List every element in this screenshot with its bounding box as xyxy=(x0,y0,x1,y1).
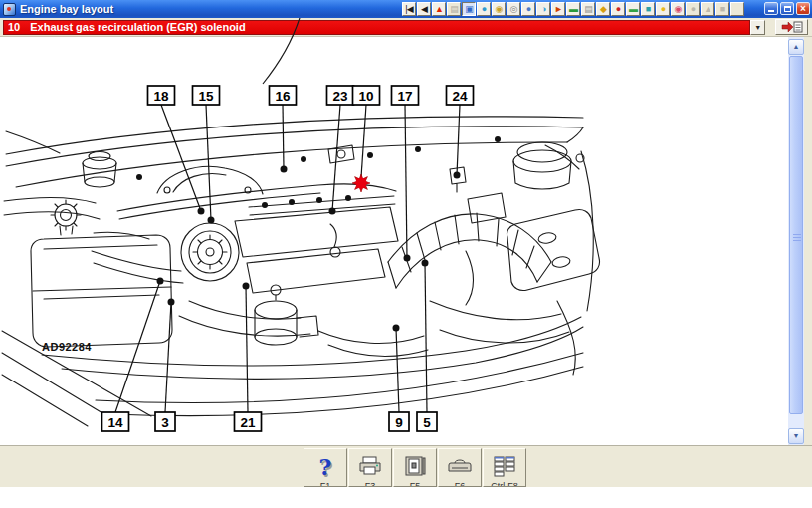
svg-text:15: 15 xyxy=(198,89,214,104)
electrics-icon-glyph: ◆ xyxy=(600,5,606,14)
titlebar-toolbar: |◀◀▲▤▣●◉◎●◑►▬▤◆●▬■●◉●▲■ xyxy=(402,2,744,16)
component-dot-16 xyxy=(281,166,288,173)
plotter-button[interactable]: F6 xyxy=(438,448,482,487)
bodywork-icon[interactable]: ■ xyxy=(641,2,655,16)
fuel-system-icon[interactable]: ▬ xyxy=(566,2,580,16)
brakes-icon-glyph: ● xyxy=(616,5,620,14)
restore-button[interactable] xyxy=(780,2,794,15)
component-dot-3 xyxy=(168,299,175,306)
component-dot-21 xyxy=(243,283,250,290)
leader-line-24 xyxy=(457,105,460,175)
horn-icon-glyph: ● xyxy=(661,5,665,14)
bodywork-icon-glyph: ■ xyxy=(646,5,650,14)
washer-icon[interactable]: ◑ xyxy=(536,2,550,16)
manual-button[interactable]: F5 xyxy=(393,448,437,487)
wheel-icon[interactable]: ◎ xyxy=(507,2,520,16)
minimize-button[interactable] xyxy=(764,2,778,15)
list-button[interactable]: Ctrl-F8 xyxy=(483,448,526,487)
screen-layout-icon[interactable]: ▣ xyxy=(462,2,476,16)
callout-5[interactable]: 5 xyxy=(417,412,437,431)
battery-icon-glyph: ▬ xyxy=(629,5,637,14)
svg-text:5: 5 xyxy=(423,415,431,430)
component-dot-14 xyxy=(157,278,164,285)
callout-21[interactable]: 21 xyxy=(235,412,262,431)
technical-data-icon[interactable]: ● xyxy=(477,2,491,16)
callout-10[interactable]: 10 xyxy=(353,86,380,105)
highlight-marker-core xyxy=(356,178,367,189)
component-dot-15 xyxy=(208,217,215,224)
item-number: 10 xyxy=(8,21,20,33)
nav-first-icon[interactable]: |◀ xyxy=(402,2,416,16)
item-title: Exhaust gas recirculation (EGR) solenoid xyxy=(30,21,245,33)
scroll-up-button[interactable]: ▲ xyxy=(788,39,804,55)
item-banner-row: 10 Exhaust gas recirculation (EGR) solen… xyxy=(0,18,812,37)
horn-icon[interactable]: ● xyxy=(656,2,670,16)
steering-icon-glyph: ● xyxy=(526,5,530,14)
leader-line-10 xyxy=(361,105,366,177)
help-button[interactable]: ?F1 xyxy=(304,448,347,487)
svg-text:9: 9 xyxy=(395,415,403,430)
engine-line-art xyxy=(2,117,600,426)
hoist-icon: ▲ xyxy=(701,2,714,16)
nav-first-icon-glyph: |◀ xyxy=(405,5,412,14)
nav-back-icon[interactable]: ◀ xyxy=(417,2,431,16)
battery-icon[interactable]: ▬ xyxy=(626,2,640,16)
callout-16[interactable]: 16 xyxy=(270,86,297,105)
printer-button[interactable]: F3 xyxy=(348,448,392,487)
component-dot-23 xyxy=(329,208,336,215)
svg-text:3: 3 xyxy=(161,415,169,430)
disc-icon-glyph: ● xyxy=(691,5,695,14)
leader-line-18 xyxy=(161,105,201,211)
airbag-icon[interactable]: ◉ xyxy=(671,2,685,16)
tyres-icon-glyph: ◉ xyxy=(496,5,503,14)
scroll-thumb[interactable] xyxy=(789,56,803,414)
help-icon: ? xyxy=(319,456,332,479)
engine-bay-diagram: AD92284 181516231017241432195 xyxy=(0,37,788,445)
warning-icon[interactable]: ▲ xyxy=(432,2,446,16)
leader-line-9 xyxy=(396,328,399,412)
window-title: Engine bay layout xyxy=(20,3,113,15)
item-dropdown-button[interactable]: ▼ xyxy=(750,20,765,35)
goto-document-button[interactable] xyxy=(775,19,808,35)
callout-23[interactable]: 23 xyxy=(327,86,354,105)
svg-text:17: 17 xyxy=(397,89,412,104)
document-icon: ▤ xyxy=(447,2,461,16)
list-icon xyxy=(493,455,516,481)
scroll-down-button[interactable]: ▼ xyxy=(788,428,804,444)
disc-icon: ● xyxy=(686,2,700,16)
callout-9[interactable]: 9 xyxy=(389,412,409,431)
exhaust-icon[interactable]: ► xyxy=(551,2,565,16)
vertical-scrollbar[interactable]: ▲ ▼ xyxy=(788,37,804,445)
callout-24[interactable]: 24 xyxy=(447,86,474,105)
svg-text:24: 24 xyxy=(452,89,468,104)
nav-back-icon-glyph: ◀ xyxy=(421,5,427,14)
electrics-icon[interactable]: ◆ xyxy=(596,2,610,16)
component-dot-18 xyxy=(198,208,205,215)
figure-code: AD92284 xyxy=(42,341,92,353)
svg-text:23: 23 xyxy=(332,89,348,104)
status-strip: :06 UP TIME xyxy=(0,487,812,508)
suspension-icon[interactable]: ▤ xyxy=(581,2,595,16)
steering-icon[interactable]: ● xyxy=(521,2,535,16)
hoist-icon-glyph: ▲ xyxy=(704,5,711,14)
callout-18[interactable]: 18 xyxy=(148,86,175,105)
brakes-icon[interactable]: ● xyxy=(611,2,625,16)
warning-icon-glyph: ▲ xyxy=(435,5,443,14)
close-button[interactable]: × xyxy=(796,2,810,15)
svg-text:18: 18 xyxy=(153,89,169,104)
leader-line-5 xyxy=(425,263,427,412)
callout-3[interactable]: 3 xyxy=(155,412,175,431)
callout-14[interactable]: 14 xyxy=(102,412,129,431)
tyres-icon[interactable]: ◉ xyxy=(492,2,506,16)
app-window: Engine bay layout |◀◀▲▤▣●◉◎●◑►▬▤◆●▬■●◉●▲… xyxy=(0,0,812,508)
component-dot-5 xyxy=(422,260,429,267)
technical-data-icon-glyph: ● xyxy=(482,5,486,14)
printer-icon xyxy=(357,456,383,480)
washer-icon-glyph: ◑ xyxy=(541,5,545,14)
plotter-icon xyxy=(447,457,473,479)
right-frame-margin xyxy=(804,37,812,445)
callout-15[interactable]: 15 xyxy=(193,86,220,105)
svg-text:16: 16 xyxy=(275,89,291,104)
leader-line-3 xyxy=(165,302,171,412)
callout-17[interactable]: 17 xyxy=(392,86,419,105)
